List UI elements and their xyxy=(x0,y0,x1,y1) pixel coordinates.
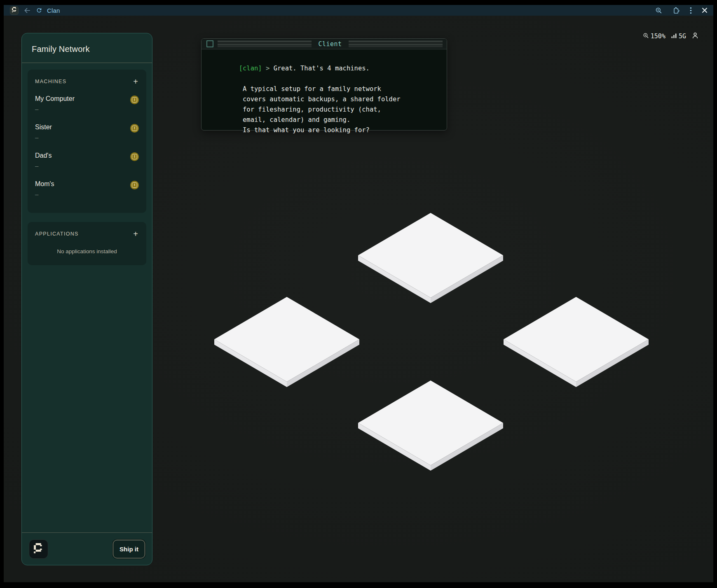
titlebar-stripes xyxy=(349,41,443,47)
zoom-level-value: 150% xyxy=(651,33,665,40)
add-machine-button[interactable]: + xyxy=(132,78,139,85)
client-window-titlebar[interactable]: Client xyxy=(202,39,447,49)
terminal-line: covers automatic backups, a shared folde… xyxy=(243,96,401,103)
canvas-statusbar: 150% 5G xyxy=(643,32,698,40)
machine-item-moms[interactable]: Mom's – ! xyxy=(35,180,139,198)
machine-tile-top[interactable] xyxy=(358,213,503,304)
terminal-prompt-arrow: > xyxy=(262,63,274,74)
close-icon[interactable] xyxy=(702,7,708,13)
warning-badge-icon[interactable]: ! xyxy=(130,152,139,161)
back-icon[interactable] xyxy=(23,7,30,14)
ship-it-button[interactable]: Ship it xyxy=(113,540,145,558)
machine-item-sister[interactable]: Sister – ! xyxy=(35,124,139,141)
clan-footer-logo[interactable] xyxy=(29,539,48,559)
applications-empty-message: No applications installed xyxy=(35,248,139,254)
machine-list: My Computer – ! Sister – ! Dad's – ! Mom… xyxy=(35,95,139,198)
machine-item-my-computer[interactable]: My Computer – ! xyxy=(35,95,139,112)
terminal-prompt: [clan] xyxy=(239,65,262,72)
clan-logo-icon xyxy=(12,7,17,14)
sidebar-header: Family Network xyxy=(22,33,152,63)
network-status[interactable]: 5G xyxy=(671,33,686,40)
warning-badge-icon[interactable]: ! xyxy=(130,96,139,104)
page-title: Clan xyxy=(47,7,60,14)
signal-bars-icon xyxy=(671,33,677,40)
titlebar-stripes xyxy=(218,41,312,47)
applications-header: APPLICATIONS xyxy=(35,231,79,237)
terminal-line: Is that what you are looking for? xyxy=(243,126,370,134)
client-window[interactable]: Client [clan]>Great. That's 4 machines. … xyxy=(201,38,447,131)
toolbar-actions xyxy=(655,7,708,14)
terminal-line: email, calendar) and gaming. xyxy=(243,116,350,124)
terminal-line: for filesharing, productivity (chat, xyxy=(243,106,381,113)
terminal-line: A typical setup for a family network xyxy=(243,85,381,93)
machine-tile-left[interactable] xyxy=(214,297,359,388)
applications-panel: APPLICATIONS + No applications installed xyxy=(28,222,146,265)
machine-name: Mom's xyxy=(35,180,139,188)
machine-status: – xyxy=(35,191,139,198)
network-status-value: 5G xyxy=(679,33,686,40)
network-title: Family Network xyxy=(32,44,142,54)
reload-icon[interactable] xyxy=(36,7,42,14)
browser-toolbar: Clan xyxy=(4,5,713,16)
clan-logo-tile[interactable] xyxy=(10,6,19,15)
clan-logo-icon xyxy=(34,543,43,555)
network-canvas[interactable]: 150% 5G xyxy=(4,16,713,582)
machine-status: – xyxy=(35,105,139,112)
person-icon xyxy=(692,32,698,40)
machine-name: Dad's xyxy=(35,152,139,159)
machine-name: Sister xyxy=(35,124,139,131)
machines-header: MACHINES xyxy=(35,79,66,84)
add-application-button[interactable]: + xyxy=(132,231,139,237)
machine-status: – xyxy=(35,162,139,169)
client-terminal-output: [clan]>Great. That's 4 machines. A typic… xyxy=(202,49,447,139)
machine-item-dads[interactable]: Dad's – ! xyxy=(35,152,139,169)
window-closebox-icon[interactable] xyxy=(206,40,213,47)
extensions-puzzle-icon[interactable] xyxy=(672,7,680,14)
warning-badge-icon[interactable]: ! xyxy=(130,124,139,133)
terminal-line: Great. That's 4 machines. xyxy=(274,65,370,72)
machine-tile-right[interactable] xyxy=(504,297,649,388)
client-window-title: Client xyxy=(312,40,348,48)
zoom-level[interactable]: 150% xyxy=(643,33,665,40)
warning-badge-icon[interactable]: ! xyxy=(130,181,139,189)
user-menu[interactable] xyxy=(692,32,698,40)
magnifier-icon xyxy=(643,33,649,40)
menu-dots-icon[interactable] xyxy=(690,7,692,14)
machine-name: My Computer xyxy=(35,95,139,103)
sidebar-footer: Ship it xyxy=(22,532,152,565)
machine-status: – xyxy=(35,134,139,141)
zoom-icon[interactable] xyxy=(655,7,662,14)
machine-tile-bottom[interactable] xyxy=(358,380,503,472)
machines-panel: MACHINES + My Computer – ! Sister – ! Da… xyxy=(28,70,146,213)
sidebar: Family Network MACHINES + My Computer – … xyxy=(21,33,152,565)
